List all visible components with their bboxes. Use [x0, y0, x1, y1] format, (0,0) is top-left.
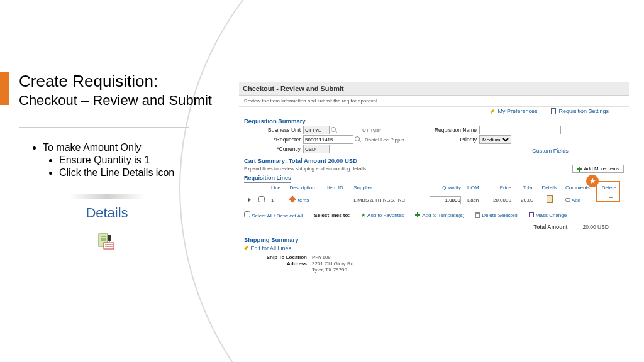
title-underline [19, 127, 189, 128]
col-desc: Description [287, 184, 323, 192]
add-to-favorites-link[interactable]: ★Add to Favorites [361, 212, 404, 218]
requisition-name-label: Requisition Name [420, 127, 477, 133]
requisition-summary-title: Requisition Summary [239, 117, 629, 125]
plus-icon [577, 167, 582, 172]
cell-supplier: LIMBS & THINGS, INC [351, 194, 419, 206]
add-to-template-link[interactable]: Add to Template(s) [415, 212, 464, 218]
address-line1: 3201 Old Glory Rd [312, 261, 353, 266]
requisition-lines-table: Line Description Item ID Supplier Quanti… [244, 182, 624, 207]
slide-subtitle: Checkout – Review and Submit [19, 92, 212, 109]
expand-lines-text: Expand lines to review shipping and acco… [244, 166, 366, 172]
svg-rect-4 [104, 243, 114, 249]
business-unit-label: Business Unit [244, 127, 301, 133]
table-row: 1 Items LIMBS & THINGS, INC Each 20.0000… [245, 194, 623, 206]
my-preferences-link[interactable]: My Preferences [490, 108, 537, 114]
requester-input[interactable] [303, 135, 353, 144]
col-qty: Quantity [420, 184, 464, 192]
requisition-lines-tab[interactable]: Requisition Lines [244, 175, 291, 183]
currency-label: *Currency [244, 146, 301, 152]
priority-select[interactable]: Medium [479, 135, 511, 144]
requester-label: *Requester [244, 136, 301, 143]
total-amount-row: Total Amount20.00 USD [244, 224, 609, 230]
col-delete: Delete [599, 184, 623, 192]
delete-selected-link[interactable]: Delete Selected [475, 212, 517, 218]
bullet-sub-2: Click the Line Details icon [59, 167, 174, 178]
pencil-icon [243, 244, 250, 251]
star-badge-icon: ★ [586, 175, 599, 187]
app-panel: Checkout - Review and Submit Review the … [239, 82, 629, 275]
col-line: Line [269, 184, 286, 192]
quantity-input[interactable] [430, 196, 461, 204]
pencil-icon [489, 107, 496, 114]
custom-fields-link[interactable]: Custom Fields [532, 148, 569, 154]
callout-gradient [69, 194, 145, 199]
title-accent-bar [0, 72, 9, 105]
plus-icon [415, 212, 420, 217]
select-all-toggle[interactable]: Select All / Deselect All [244, 211, 303, 219]
lookup-icon[interactable] [331, 127, 337, 133]
expand-row-icon[interactable] [248, 197, 251, 202]
callout-details-label: Details [86, 205, 128, 221]
instruction-bullets: To make Amount Only Ensure Quantity is 1… [31, 142, 174, 180]
bullet-sub-1: Ensure Quantity is 1 [59, 155, 174, 166]
star-icon: ★ [361, 212, 365, 218]
edit-for-all-lines-link[interactable]: Edit for All Lines [251, 245, 292, 251]
lookup-icon[interactable] [355, 136, 361, 143]
requisition-name-input[interactable] [479, 126, 561, 134]
business-unit-input[interactable] [303, 126, 330, 134]
bullet-top: To make Amount Only [43, 142, 174, 153]
col-item: Item ID [325, 184, 350, 192]
requisition-settings-link[interactable]: Requisition Settings [551, 108, 609, 114]
shipto-label: Ship To Location [244, 255, 307, 260]
shipto-value: PHY108 [312, 255, 331, 260]
col-price: Price [486, 184, 514, 192]
priority-label: Priority [420, 136, 477, 143]
page-instruction: Review the item information and submit t… [239, 96, 629, 107]
delete-row-icon[interactable] [609, 197, 613, 202]
currency-input[interactable] [303, 145, 330, 153]
tag-icon [289, 195, 296, 202]
cell-desc[interactable]: Items [297, 197, 309, 203]
col-total: Total [515, 184, 536, 192]
cell-item [325, 194, 350, 206]
col-uom: UOM [465, 184, 485, 192]
line-details-icon[interactable] [547, 195, 553, 203]
shipping-summary-title: Shipping Summary [239, 236, 629, 244]
mass-change-link[interactable]: Mass Change [529, 212, 567, 218]
select-lines-to-label: Select lines to: [314, 212, 350, 218]
add-comment-link[interactable]: Add [572, 197, 580, 203]
add-more-items-button[interactable]: Add More Items [572, 165, 624, 173]
slide-title: Create Requisition: [19, 72, 212, 91]
address-label: Address [244, 261, 307, 266]
cell-total: 20.00 [515, 194, 536, 206]
col-supplier: Supplier [351, 184, 419, 192]
requester-display: Daniel Lee Pippin [365, 137, 404, 143]
line-details-icon [97, 233, 116, 254]
cell-line: 1 [269, 194, 286, 206]
clipboard-icon [551, 108, 556, 114]
comment-icon [565, 198, 570, 202]
page-title: Checkout - Review and Submit [239, 82, 629, 96]
business-unit-display: UT Tyler [362, 128, 381, 133]
col-details: Details [537, 184, 562, 192]
cart-summary-header: Cart Summary: Total Amount 20.00 USD [239, 155, 629, 165]
row-select-checkbox[interactable] [258, 196, 265, 202]
cell-uom: Each [465, 194, 485, 206]
trash-icon [475, 212, 480, 218]
address-line2: Tyler, TX 75799 [312, 267, 347, 273]
cell-price: 20.0000 [486, 194, 514, 206]
mass-change-icon [529, 212, 534, 217]
